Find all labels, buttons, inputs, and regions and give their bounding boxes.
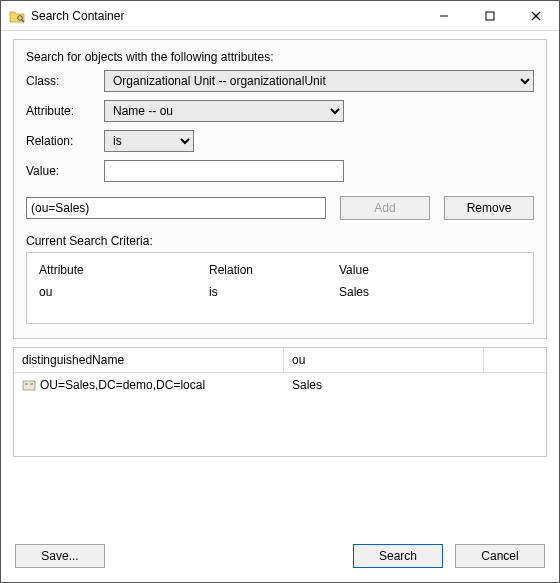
titlebar: Search Container — [1, 1, 559, 31]
close-button[interactable] — [513, 1, 559, 31]
relation-select[interactable]: is — [104, 130, 194, 152]
window-title: Search Container — [31, 9, 421, 23]
maximize-button[interactable] — [467, 1, 513, 31]
results-cell-dn: OU=Sales,DC=demo,DC=local — [14, 373, 284, 397]
criteria-col-attribute: Attribute — [37, 259, 207, 281]
criteria-header-row: Attribute Relation Value — [37, 259, 523, 281]
svg-rect-8 — [30, 383, 33, 385]
instruction-label: Search for objects with the following at… — [26, 50, 534, 64]
criteria-cell-value: Sales — [337, 281, 467, 303]
results-table: distinguishedName ou OU=Sales,DC=demo,DC… — [13, 347, 547, 457]
search-attributes-group: Search for objects with the following at… — [13, 39, 547, 339]
results-cell-ou: Sales — [284, 373, 484, 397]
results-cell-dn-text: OU=Sales,DC=demo,DC=local — [40, 378, 205, 392]
results-col-ou[interactable]: ou — [284, 348, 484, 372]
query-input[interactable] — [26, 197, 326, 219]
criteria-header-label: Current Search Criteria: — [26, 234, 534, 248]
criteria-table: Attribute Relation Value ou is Sales — [26, 252, 534, 324]
criteria-cell-relation: is — [207, 281, 337, 303]
ou-icon — [22, 378, 36, 392]
svg-rect-7 — [25, 383, 28, 385]
results-row[interactable]: OU=Sales,DC=demo,DC=local Sales — [14, 373, 546, 397]
bottom-bar: Save... Search Cancel — [1, 534, 559, 582]
svg-rect-6 — [23, 381, 35, 390]
criteria-col-relation: Relation — [207, 259, 337, 281]
content-area: Search for objects with the following at… — [1, 31, 559, 534]
value-input[interactable] — [104, 160, 344, 182]
relation-label: Relation: — [26, 134, 96, 148]
criteria-col-value: Value — [337, 259, 467, 281]
folder-search-icon — [9, 8, 25, 24]
cancel-button[interactable]: Cancel — [455, 544, 545, 568]
class-select[interactable]: Organizational Unit -- organizationalUni… — [104, 70, 534, 92]
class-label: Class: — [26, 74, 96, 88]
criteria-cell-attribute: ou — [37, 281, 207, 303]
save-button[interactable]: Save... — [15, 544, 105, 568]
value-label: Value: — [26, 164, 96, 178]
remove-button[interactable]: Remove — [444, 196, 534, 220]
criteria-row[interactable]: ou is Sales — [37, 281, 523, 303]
results-col-dn[interactable]: distinguishedName — [14, 348, 284, 372]
window: Search Container Search for objects with… — [0, 0, 560, 583]
add-button[interactable]: Add — [340, 196, 430, 220]
minimize-button[interactable] — [421, 1, 467, 31]
attribute-select[interactable]: Name -- ou — [104, 100, 344, 122]
search-button[interactable]: Search — [353, 544, 443, 568]
results-header-row: distinguishedName ou — [14, 348, 546, 373]
attribute-label: Attribute: — [26, 104, 96, 118]
svg-rect-3 — [486, 12, 494, 20]
